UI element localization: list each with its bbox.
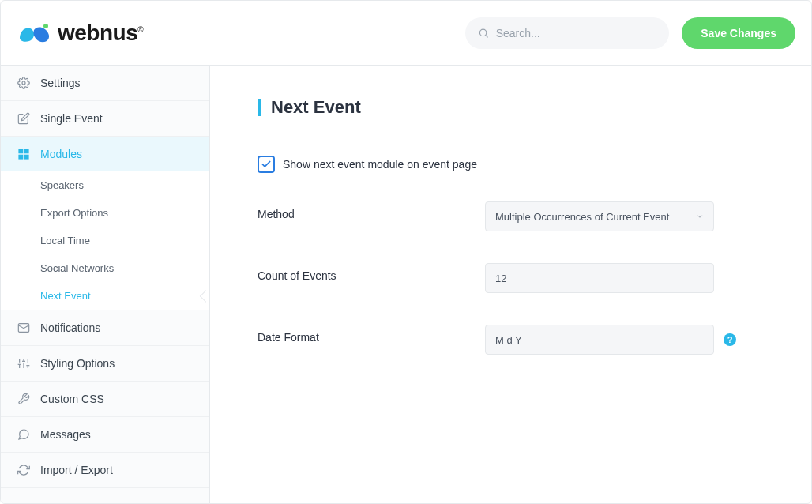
- sidebar-item-single-event[interactable]: Single Event: [1, 101, 209, 137]
- subnav-item-speakers[interactable]: Speakers: [1, 171, 209, 199]
- date-format-row: Date Format ?: [258, 325, 764, 355]
- sidebar: Settings Single Event Modules Speakers E…: [1, 66, 210, 503]
- title-accent-bar: [258, 99, 261, 116]
- sidebar-item-label: Styling Options: [40, 357, 115, 370]
- subnav-item-next-event[interactable]: Next Event: [1, 282, 209, 310]
- mail-icon: [17, 321, 31, 335]
- show-next-event-checkbox[interactable]: [258, 156, 275, 173]
- logo: webnus®: [17, 15, 143, 51]
- sidebar-item-custom-css[interactable]: Custom CSS: [1, 382, 209, 417]
- svg-rect-6: [24, 155, 28, 159]
- date-format-input-wrap: [485, 325, 714, 355]
- svg-point-0: [43, 24, 48, 28]
- svg-rect-5: [24, 149, 28, 153]
- refresh-icon: [17, 463, 31, 477]
- app-container: webnus® Save Changes Settings: [0, 0, 812, 504]
- check-icon: [261, 159, 272, 170]
- checkbox-label: Show next event module on event page: [283, 158, 477, 171]
- sidebar-item-modules[interactable]: Modules: [1, 137, 209, 171]
- sidebar-item-styling-options[interactable]: Styling Options: [1, 346, 209, 382]
- date-format-input[interactable]: [495, 334, 704, 346]
- sidebar-item-label: Single Event: [40, 112, 103, 125]
- edit-icon: [17, 111, 31, 126]
- sidebar-item-label: Notifications: [40, 322, 100, 334]
- svg-rect-4: [19, 149, 23, 153]
- logo-text: webnus®: [58, 21, 143, 46]
- wrench-icon: [17, 392, 31, 406]
- gear-icon: [17, 76, 31, 90]
- subnav-item-local-time[interactable]: Local Time: [1, 227, 209, 254]
- sidebar-item-import-export[interactable]: Import / Export: [1, 453, 209, 488]
- count-row: Count of Events: [258, 263, 764, 293]
- page-title-text: Next Event: [271, 97, 361, 118]
- page-title: Next Event: [258, 97, 764, 118]
- sidebar-item-settings[interactable]: Settings: [1, 66, 209, 101]
- search-icon: [478, 27, 489, 39]
- svg-rect-7: [19, 155, 23, 159]
- grid-icon: [17, 147, 31, 161]
- svg-point-3: [22, 81, 25, 85]
- subnav-item-export-options[interactable]: Export Options: [1, 199, 209, 227]
- sidebar-item-notifications[interactable]: Notifications: [1, 310, 209, 346]
- count-label: Count of Events: [258, 263, 485, 282]
- method-value: Multiple Occurrences of Current Event: [495, 211, 669, 223]
- logo-icon: [17, 19, 53, 47]
- count-input[interactable]: [495, 273, 704, 284]
- chat-icon: [17, 427, 31, 442]
- count-input-wrap: [485, 263, 714, 293]
- search-box[interactable]: [465, 17, 669, 49]
- sliders-icon: [17, 356, 31, 370]
- date-format-label: Date Format: [258, 325, 485, 344]
- subnav-modules: Speakers Export Options Local Time Socia…: [1, 171, 209, 310]
- sidebar-item-label: Messages: [40, 428, 91, 441]
- sidebar-item-label: Settings: [40, 77, 81, 89]
- method-label: Method: [258, 201, 485, 220]
- svg-point-1: [480, 29, 487, 36]
- logo-mark: [17, 15, 53, 51]
- show-next-event-row: Show next event module on event page: [258, 156, 764, 173]
- method-row: Method Multiple Occurrences of Current E…: [258, 201, 764, 231]
- svg-line-2: [486, 35, 488, 37]
- header: webnus® Save Changes: [1, 1, 811, 66]
- sidebar-item-label: Custom CSS: [40, 393, 104, 405]
- chevron-down-icon: [696, 213, 704, 220]
- sidebar-item-label: Modules: [40, 148, 82, 160]
- search-input[interactable]: [496, 27, 657, 39]
- sidebar-item-messages[interactable]: Messages: [1, 417, 209, 453]
- save-changes-button[interactable]: Save Changes: [682, 17, 795, 49]
- subnav-item-social-networks[interactable]: Social Networks: [1, 254, 209, 282]
- body: Settings Single Event Modules Speakers E…: [1, 66, 811, 503]
- content: Next Event Show next event module on eve…: [210, 66, 811, 503]
- method-select[interactable]: Multiple Occurrences of Current Event: [485, 201, 714, 231]
- help-icon[interactable]: ?: [724, 333, 736, 346]
- sidebar-item-label: Import / Export: [40, 464, 113, 476]
